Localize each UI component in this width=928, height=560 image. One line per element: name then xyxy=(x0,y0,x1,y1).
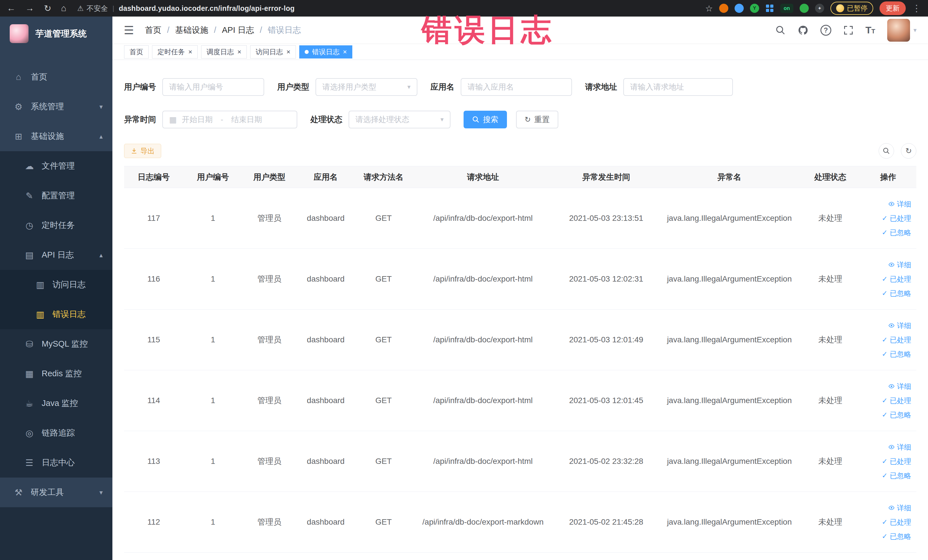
table-row: 115 1 管理员 dashboard GET /api/infra/db-do… xyxy=(124,310,916,370)
cell-time: 2021-05-02 21:45:28 xyxy=(554,492,658,552)
fullscreen-icon[interactable] xyxy=(843,25,853,35)
mark-processed-link[interactable]: ✓已处理 xyxy=(882,212,911,224)
sidebar-item-config-manage[interactable]: ✎ 配置管理 xyxy=(0,181,112,211)
extension-icon[interactable] xyxy=(800,4,809,13)
mark-ignored-link[interactable]: ✓已忽略 xyxy=(882,348,911,360)
cell-app: dashboard xyxy=(296,310,356,370)
process-status-select[interactable]: 请选择处理状态 ▾ xyxy=(349,111,450,128)
puzzle-icon[interactable]: ✦ xyxy=(815,4,824,13)
user-menu[interactable]: ▾ xyxy=(887,19,917,42)
sidebar-item-file-manage[interactable]: ☁ 文件管理 xyxy=(0,151,112,181)
cell-app: dashboard xyxy=(296,188,356,249)
cell-log-id: 117 xyxy=(124,188,183,249)
breadcrumb-item[interactable]: 基础设施 xyxy=(175,24,208,36)
refresh-table-button[interactable]: ↻ xyxy=(901,143,916,159)
detail-link[interactable]: 详细 xyxy=(888,258,911,271)
user-id-input[interactable] xyxy=(162,78,264,96)
mark-ignored-link[interactable]: ✓已忽略 xyxy=(882,287,911,299)
cell-url: /api/infra/db-doc/export-html xyxy=(412,188,554,249)
mark-processed-link[interactable]: ✓已处理 xyxy=(882,273,911,285)
back-icon[interactable]: ← xyxy=(7,3,16,14)
chevron-up-icon: ▴ xyxy=(99,133,103,140)
search-button[interactable]: 搜索 xyxy=(464,111,507,128)
detail-link[interactable]: 详细 xyxy=(888,502,911,514)
mark-ignored-link[interactable]: ✓已忽略 xyxy=(882,226,911,239)
sidebar-item-log-center[interactable]: ☰ 日志中心 xyxy=(0,448,112,478)
paused-badge[interactable]: 已暂停 xyxy=(830,2,873,15)
filter-row-1: 用户编号 用户类型 请选择用户类型 ▾ 应用名 请求地址 xyxy=(124,78,916,96)
sidebar-item-java-monitor[interactable]: ☕ Java 监控 xyxy=(0,389,112,418)
cell-time: 2021-05-02 23:32:28 xyxy=(554,431,658,492)
mark-processed-link[interactable]: ✓已处理 xyxy=(882,516,911,528)
extension-icon[interactable] xyxy=(719,4,728,13)
request-url-input[interactable] xyxy=(623,78,733,96)
browser-menu-icon[interactable]: ⋮ xyxy=(912,3,921,14)
check-icon: ✓ xyxy=(882,516,887,528)
sidebar-item-error-log[interactable]: ▥ 错误日志 xyxy=(0,299,112,329)
sidebar-item-system[interactable]: ⚙ 系统管理 ▾ xyxy=(0,92,112,122)
update-button[interactable]: 更新 xyxy=(879,2,906,15)
extension-icon[interactable] xyxy=(734,4,744,13)
font-size-icon[interactable]: TT xyxy=(865,24,875,36)
mark-ignored-link[interactable]: ✓已忽略 xyxy=(882,409,911,421)
mark-ignored-link[interactable]: ✓已忽略 xyxy=(882,469,911,482)
column-header: 请求方法名 xyxy=(356,166,412,188)
help-icon[interactable]: ? xyxy=(820,25,831,36)
export-button[interactable]: 导出 xyxy=(124,144,161,158)
detail-link[interactable]: 详细 xyxy=(888,198,911,210)
mark-processed-link[interactable]: ✓已处理 xyxy=(882,394,911,407)
search-icon[interactable] xyxy=(775,25,786,35)
reset-button[interactable]: ↻ 重置 xyxy=(516,111,558,128)
sidebar-item-mysql-monitor[interactable]: ⛁ MySQL 监控 xyxy=(0,329,112,359)
extension-icon[interactable]: on xyxy=(780,4,793,13)
bookmark-star-icon[interactable]: ☆ xyxy=(705,3,713,14)
tab-access-log[interactable]: 访问日志× xyxy=(250,45,296,58)
hide-search-button[interactable] xyxy=(879,143,894,159)
breadcrumb-item[interactable]: API 日志 xyxy=(222,24,254,36)
user-type-select[interactable]: 请选择用户类型 ▾ xyxy=(316,78,417,96)
detail-link[interactable]: 详细 xyxy=(888,380,911,392)
close-icon[interactable]: × xyxy=(286,49,290,55)
column-header: 用户编号 xyxy=(183,166,243,188)
edit-icon: ✎ xyxy=(24,191,35,201)
detail-link[interactable]: 详细 xyxy=(888,441,911,453)
sidebar-item-dev-tools[interactable]: ⚒ 研发工具 ▾ xyxy=(0,478,112,507)
mark-processed-link[interactable]: ✓已处理 xyxy=(882,455,911,468)
sidebar-item-tracing[interactable]: ◎ 链路追踪 xyxy=(0,418,112,448)
sidebar-toggle-icon[interactable]: ☰ xyxy=(124,24,134,37)
github-icon[interactable] xyxy=(798,25,809,36)
cell-time: 2021-05-03 12:01:45 xyxy=(554,370,658,431)
sidebar-item-redis-monitor[interactable]: ▦ Redis 监控 xyxy=(0,359,112,389)
sidebar-item-home[interactable]: ⌂ 首页 xyxy=(0,62,112,92)
close-icon[interactable]: × xyxy=(188,49,192,55)
cell-log-id: 112 xyxy=(124,492,183,552)
tab-home[interactable]: 首页 xyxy=(124,45,149,58)
sidebar-item-infra[interactable]: ⊞ 基础设施 ▴ xyxy=(0,122,112,151)
detail-link[interactable]: 详细 xyxy=(888,319,911,332)
mark-processed-link[interactable]: ✓已处理 xyxy=(882,334,911,346)
extension-icon[interactable]: Y xyxy=(750,4,759,13)
close-icon[interactable]: × xyxy=(343,49,347,55)
cell-app: dashboard xyxy=(296,431,356,492)
breadcrumb: 首页 / 基础设施 / API 日志 / 错误日志 xyxy=(145,24,301,36)
forward-icon[interactable]: → xyxy=(25,3,34,14)
refresh-icon[interactable]: ↻ xyxy=(44,3,51,14)
tab-error-log[interactable]: 错误日志× xyxy=(299,45,352,58)
extension-grid-icon[interactable] xyxy=(765,4,774,12)
close-icon[interactable]: × xyxy=(237,49,241,55)
sidebar-item-scheduled-tasks[interactable]: ◷ 定时任务 xyxy=(0,211,112,240)
table-row: 114 1 管理员 dashboard GET /api/infra/db-do… xyxy=(124,370,916,431)
exception-time-range-picker[interactable]: ▦ 开始日期 - 结束日期 xyxy=(162,111,297,128)
browser-chrome: ← → ↻ ⌂ ⚠ 不安全 | dashboard.yudao.iocoder.… xyxy=(0,0,928,17)
sidebar-item-api-logs[interactable]: ▤ API 日志 ▴ xyxy=(0,240,112,270)
breadcrumb-item[interactable]: 首页 xyxy=(145,24,162,36)
app-name-input[interactable] xyxy=(461,78,572,96)
address-bar[interactable]: ⚠ 不安全 | dashboard.yudao.iocoder.cn/infra… xyxy=(77,4,698,13)
calendar-icon: ▦ xyxy=(169,115,177,124)
mark-ignored-link[interactable]: ✓已忽略 xyxy=(882,530,911,543)
home-icon[interactable]: ⌂ xyxy=(61,3,66,14)
tab-schedule-log[interactable]: 调度日志× xyxy=(201,45,247,58)
security-label: 不安全 xyxy=(87,4,108,13)
sidebar-item-access-log[interactable]: ▥ 访问日志 xyxy=(0,270,112,299)
tab-scheduled-tasks[interactable]: 定时任务× xyxy=(152,45,198,58)
